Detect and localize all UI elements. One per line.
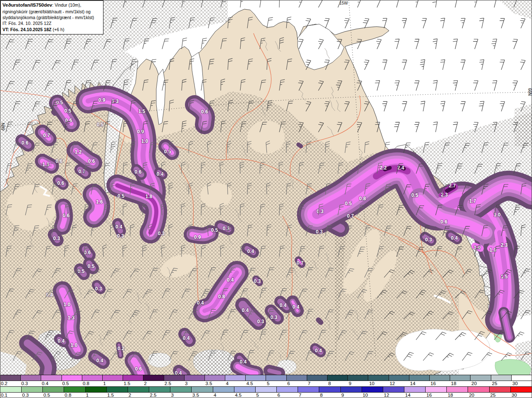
colorbar-cell <box>490 387 511 392</box>
colorbar-cell <box>328 375 348 381</box>
colorbar-tick-label: 1 <box>85 393 89 398</box>
legend-line-rain: rigning/skúrir (grænt/blátt/rautt - mm/1… <box>2 9 101 15</box>
precip-value-label: 0.3 <box>271 314 278 320</box>
colorbar-tick-label: 1 <box>102 381 106 386</box>
colorbar-cell <box>185 375 205 381</box>
precip-value-label: 0.4 <box>157 171 164 177</box>
precip-value-label: 0.5 <box>56 100 63 106</box>
colorbar-panel: 0.20.30.40.50.811.522.533.544.5567891012… <box>0 375 532 398</box>
colorbar-cell <box>511 387 532 392</box>
precip-value-label: 0.4 <box>58 338 65 344</box>
sleet-snow-colorbar <box>0 375 532 381</box>
precip-value-label: 0.6 <box>57 180 64 186</box>
legend-init-time: IT: Fös. 24. 10. 2025 12Z <box>2 20 101 26</box>
precip-value-label: 1.5 <box>138 108 145 114</box>
colorbar-tick-label: 10 <box>368 381 374 386</box>
legend-valid-time: VT: Fös. 24.10.2025 18Z (+6 h) <box>2 27 101 32</box>
precip-value-label: 1.0 <box>71 342 78 348</box>
legend-line-snow: slydda/snjókoma (grátt/bleikt/grænt - mm… <box>2 15 101 20</box>
precip-value-label: 0.5 <box>164 149 171 155</box>
precip-value-label: 0.3 <box>223 226 230 231</box>
precip-value-label: 2.2 <box>380 165 387 171</box>
colorbar-cell <box>341 387 362 392</box>
precip-value-label: 0.6 <box>22 140 29 146</box>
colorbar-tick-label: 0.8 <box>64 393 71 398</box>
colorbar-tick-label: 9 <box>348 381 351 386</box>
colorbar-cell <box>468 387 489 392</box>
precip-value-label: 0.2 <box>118 346 125 351</box>
precip-value-label: 1.8 <box>145 194 153 199</box>
colorbar-cell <box>409 375 430 381</box>
colorbar-tick-label: 14 <box>404 393 411 398</box>
colorbar-tick-label: 25 <box>490 393 496 398</box>
colorbar-cell <box>0 375 21 381</box>
precip-value-label: 0.3 <box>316 229 323 235</box>
precip-value-label: 0.5 <box>88 263 95 269</box>
colorbar-tick-label: 8 <box>319 393 323 398</box>
precip-value-label: 0.7 <box>43 133 50 138</box>
vatnajokull-glacier <box>395 329 490 371</box>
colorbar-cell <box>447 387 468 392</box>
precip-value-label: 1.0 <box>64 302 71 307</box>
colorbar-tick-label: 0.3 <box>21 393 29 398</box>
colorbar-cell <box>368 375 389 381</box>
colorbar-cell <box>307 375 328 381</box>
colorbar-cell <box>62 375 82 381</box>
colorbar-cell <box>512 375 532 381</box>
colorbar-tick-label: 1.5 <box>123 381 130 386</box>
precip-value-label: 0.3 <box>254 278 261 284</box>
precip-value-label: 0.3 <box>158 231 165 236</box>
precip-value-label: 2.7 <box>449 183 456 189</box>
colorbar-tick-label: 3.5 <box>204 381 212 386</box>
colorbar-tick-label: 8 <box>328 381 331 386</box>
colorbar-tick-label: 16 <box>426 393 432 398</box>
rain-colorbar <box>0 386 532 393</box>
colorbar-tick-label: 25 <box>491 381 498 386</box>
precip-value-label: 0.4 <box>451 235 458 241</box>
precip-value-label: 0.4 <box>227 277 234 283</box>
precip-value-label: 0.6 <box>441 219 448 225</box>
precip-value-label: 1.0 <box>141 138 148 144</box>
colorbar-cell <box>319 387 340 392</box>
colorbar-cell <box>43 387 64 392</box>
precip-value-label: 0.6 <box>63 213 70 219</box>
colorbar-cell <box>0 387 22 392</box>
precip-value-label: 0.4 <box>242 307 249 313</box>
colorbar-cell <box>491 375 512 381</box>
colorbar-cell <box>450 375 470 381</box>
colorbar-cell <box>107 387 128 392</box>
colorbar-tick-label: 0.5 <box>62 381 69 386</box>
precip-value-label: 0.3 <box>117 233 124 239</box>
colorbar-cell <box>213 387 234 392</box>
precip-value-label: 0.4 <box>240 359 247 365</box>
precip-value-label: 0.4 <box>293 304 300 310</box>
colorbar-tick-label: 20 <box>470 381 477 386</box>
precip-value-label: 1.6 <box>96 199 103 205</box>
model-name: Veðurstofan/IS750dev <box>2 2 52 7</box>
colorbar-tick-label: 1.5 <box>106 393 114 398</box>
precip-value-label: 0.5 <box>211 227 218 233</box>
colorbar-tick-label: 2.5 <box>164 381 171 386</box>
colorbar-tick-label: 10 <box>362 393 368 398</box>
precip-value-label: 0.5 <box>64 108 71 114</box>
colorbar-cell <box>128 387 149 392</box>
precip-value-label: 0.8 <box>359 196 366 201</box>
colorbar-cell <box>246 375 266 381</box>
precip-value-label: 0.7 <box>297 260 304 266</box>
colorbar-cell <box>426 387 447 392</box>
colorbar-cell <box>430 375 450 381</box>
colorbar-tick-label: 0.1 <box>0 393 7 398</box>
precip-value-label: 2.3 <box>501 242 508 248</box>
parallel-label-right: 66N <box>527 88 532 96</box>
colorbar-cell <box>266 375 286 381</box>
precip-value-label: 1.3 <box>42 162 49 167</box>
precip-value-label: 0.3 <box>425 237 432 243</box>
colorbar-tick-label: 3 <box>170 393 174 398</box>
colorbar-cell <box>389 375 409 381</box>
precip-value-label: 0.7 <box>347 213 354 219</box>
colorbar-cell <box>287 375 307 381</box>
precip-value-label: 0.4 <box>116 224 123 230</box>
meridian-label: 15W <box>339 1 348 5</box>
colorbar-tick-label: 6 <box>277 393 280 398</box>
colorbar-cell <box>21 375 41 381</box>
